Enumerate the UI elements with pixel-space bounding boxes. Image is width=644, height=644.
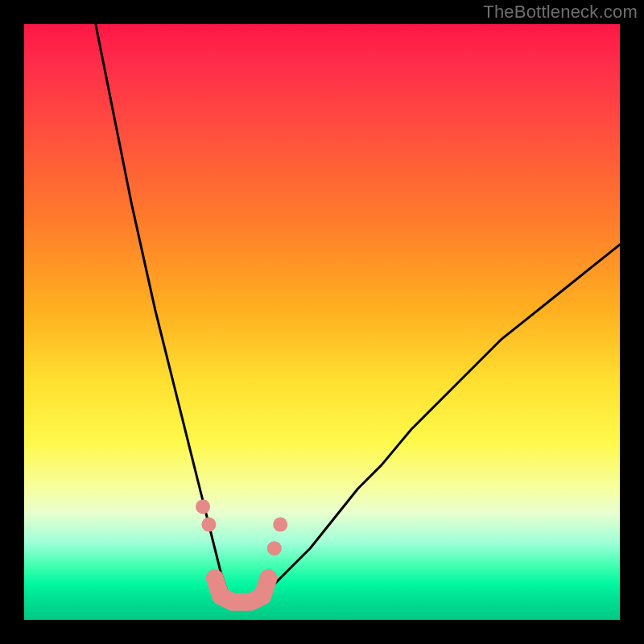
bottleneck-curve	[96, 24, 620, 608]
highlighted-markers	[196, 499, 287, 609]
chart-frame: TheBottleneck.com	[0, 0, 644, 644]
watermark-text: TheBottleneck.com	[483, 2, 638, 23]
marker-dot	[201, 518, 216, 532]
marker-dot	[267, 541, 282, 555]
marker-dot	[196, 499, 210, 514]
marker-dot	[255, 588, 270, 603]
plot-area	[24, 24, 620, 620]
marker-dot	[273, 518, 287, 532]
v-curve-path	[96, 24, 620, 608]
marker-dot	[208, 571, 222, 585]
marker-dot	[261, 571, 275, 585]
curve-layer	[24, 24, 620, 620]
